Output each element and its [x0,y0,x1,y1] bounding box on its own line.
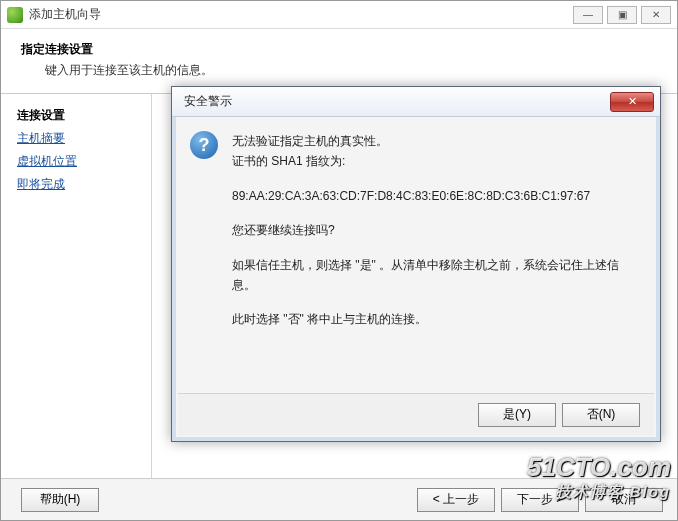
wizard-titlebar: 添加主机向导 — ▣ ✕ [1,1,677,29]
no-button[interactable]: 否(N) [562,403,640,427]
dialog-titlebar[interactable]: 安全警示 ✕ [172,87,660,117]
dialog-line-abort: 此时选择 "否" 将中止与主机的连接。 [232,309,640,329]
dialog-close-button[interactable]: ✕ [610,92,654,112]
maximize-button[interactable]: ▣ [607,6,637,24]
header-subtitle: 键入用于连接至该主机的信息。 [45,62,657,79]
dialog-button-bar: 是(Y) 否(N) [178,393,654,435]
wizard-steps-sidebar: 连接设置 主机摘要 虚拟机位置 即将完成 [1,94,151,494]
close-icon: ✕ [628,95,637,108]
wizard-button-bar: 帮助(H) < 上一步 下一步 > 取消 [1,478,677,520]
next-button[interactable]: 下一步 > [501,488,579,512]
wizard-header: 指定连接设置 键入用于连接至该主机的信息。 [1,29,677,94]
dialog-line-trust: 如果信任主机，则选择 "是" 。从清单中移除主机之前，系统会记住上述信息。 [232,255,640,296]
vsphere-icon [7,7,23,23]
dialog-message: 无法验证指定主机的真实性。 证书的 SHA1 指纹为: 89:AA:29:CA:… [232,131,640,344]
help-button[interactable]: 帮助(H) [21,488,99,512]
window-controls: — ▣ ✕ [573,6,671,24]
yes-button[interactable]: 是(Y) [478,403,556,427]
step-connection-settings[interactable]: 连接设置 [17,104,141,127]
dialog-body: ? 无法验证指定主机的真实性。 证书的 SHA1 指纹为: 89:AA:29:C… [172,117,660,354]
close-window-button[interactable]: ✕ [641,6,671,24]
step-vm-location[interactable]: 虚拟机位置 [17,150,141,173]
cancel-button[interactable]: 取消 [585,488,663,512]
step-host-summary[interactable]: 主机摘要 [17,127,141,150]
dialog-line-continue: 您还要继续连接吗? [232,220,640,240]
dialog-title: 安全警示 [184,93,610,110]
dialog-line-sha1-label: 证书的 SHA1 指纹为: [232,154,345,168]
question-icon: ? [190,131,218,159]
security-alert-dialog: 安全警示 ✕ ? 无法验证指定主机的真实性。 证书的 SHA1 指纹为: 89:… [171,86,661,442]
step-ready-to-complete[interactable]: 即将完成 [17,173,141,196]
dialog-line-authenticity: 无法验证指定主机的真实性。 [232,134,388,148]
dialog-fingerprint: 89:AA:29:CA:3A:63:CD:7F:D8:4C:83:E0:6E:8… [232,186,640,206]
wizard-title: 添加主机向导 [29,6,573,23]
header-title: 指定连接设置 [21,41,657,58]
minimize-button[interactable]: — [573,6,603,24]
back-button[interactable]: < 上一步 [417,488,495,512]
